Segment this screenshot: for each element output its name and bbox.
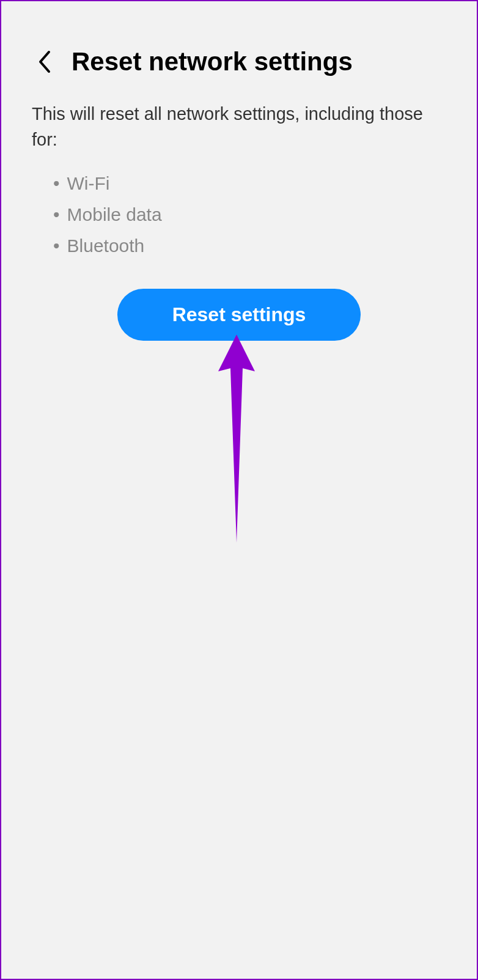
- list-item: • Mobile data: [53, 199, 446, 230]
- bullet-icon: •: [53, 168, 60, 199]
- bullet-icon: •: [53, 199, 60, 230]
- button-container: Reset settings: [32, 289, 446, 341]
- list-item: • Wi-Fi: [53, 168, 446, 199]
- description-text: This will reset all network settings, in…: [32, 101, 446, 152]
- chevron-left-icon: [37, 50, 51, 74]
- content-area: This will reset all network settings, in…: [1, 101, 477, 341]
- header: Reset network settings: [1, 1, 477, 101]
- reset-items-list: • Wi-Fi • Mobile data • Bluetooth: [32, 168, 446, 261]
- list-item-label: Mobile data: [67, 199, 162, 230]
- page-title: Reset network settings: [72, 47, 353, 76]
- list-item-label: Wi-Fi: [67, 168, 110, 199]
- bullet-icon: •: [53, 230, 60, 261]
- back-icon[interactable]: [32, 50, 56, 74]
- reset-settings-button[interactable]: Reset settings: [117, 289, 361, 341]
- list-item-label: Bluetooth: [67, 230, 145, 261]
- list-item: • Bluetooth: [53, 230, 446, 261]
- annotation-arrow-icon: [212, 335, 261, 543]
